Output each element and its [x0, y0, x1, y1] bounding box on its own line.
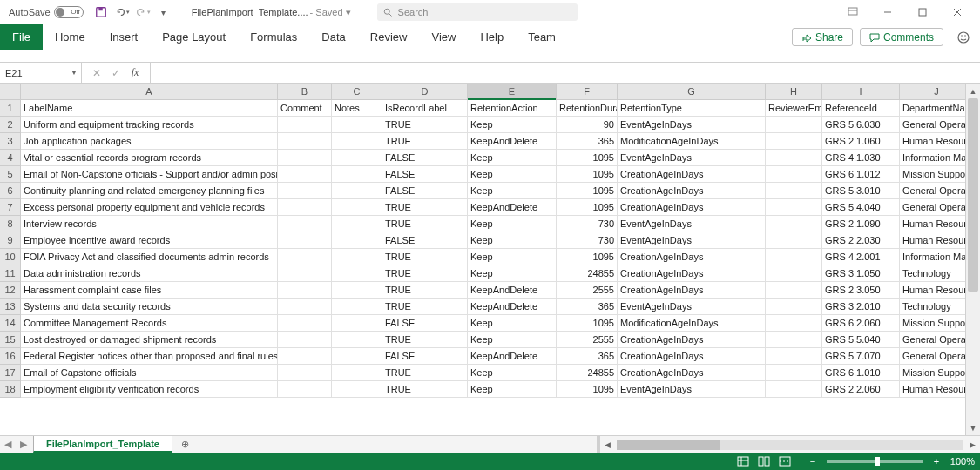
cell[interactable]: GRS 5.4.040	[822, 199, 900, 216]
cell[interactable]: Lost destroyed or damaged shipment recor…	[21, 332, 278, 348]
cell[interactable]: FALSE	[382, 166, 468, 183]
cell[interactable]: Technology	[900, 299, 965, 315]
col-header-H[interactable]: H	[766, 84, 822, 100]
maximize-icon[interactable]	[905, 2, 940, 23]
col-header-E[interactable]: E	[468, 84, 557, 100]
cell[interactable]	[278, 315, 332, 332]
cell[interactable]	[766, 365, 822, 381]
cell[interactable]	[332, 249, 382, 265]
hscroll-thumb[interactable]	[617, 440, 720, 450]
cell[interactable]	[766, 332, 822, 348]
cell[interactable]: FALSE	[382, 348, 468, 365]
row-header[interactable]: 7	[0, 199, 21, 216]
col-header-B[interactable]: B	[278, 84, 332, 100]
cell[interactable]: Technology	[900, 265, 965, 282]
cell[interactable]: Mission Support	[900, 315, 965, 332]
cell[interactable]: Continuity planning and related emergenc…	[21, 183, 278, 199]
cell[interactable]: Systems and data security records	[21, 299, 278, 315]
col-header-F[interactable]: F	[557, 84, 618, 100]
cell[interactable]: General Operations	[900, 348, 965, 365]
cell[interactable]	[278, 365, 332, 381]
cell[interactable]: General Operations	[900, 183, 965, 199]
cell[interactable]: 1095	[557, 183, 618, 199]
cell[interactable]: 365	[557, 348, 618, 365]
cell[interactable]: Excess personal property equipment and v…	[21, 199, 278, 216]
cell[interactable]: 1095	[557, 150, 618, 166]
cell[interactable]: CreationAgeInDays	[618, 249, 766, 265]
cell[interactable]: Mission Support	[900, 365, 965, 381]
cell[interactable]: TRUE	[382, 216, 468, 232]
cell[interactable]	[278, 332, 332, 348]
cell[interactable]	[332, 332, 382, 348]
scroll-left-icon[interactable]: ◀	[600, 440, 615, 449]
cell[interactable]: Keep	[468, 117, 557, 133]
header-cell[interactable]: RetentionAction	[468, 100, 557, 117]
cell[interactable]: EventAgeInDays	[618, 150, 766, 166]
cell[interactable]: TRUE	[382, 332, 468, 348]
header-cell[interactable]: LabelName	[21, 100, 278, 117]
cell[interactable]	[332, 150, 382, 166]
cell[interactable]: Vital or essential records program recor…	[21, 150, 278, 166]
vscroll-thumb[interactable]	[968, 98, 978, 292]
cell[interactable]: Harassment complaint case files	[21, 282, 278, 299]
save-icon[interactable]	[93, 4, 109, 20]
fx-icon[interactable]: fx	[127, 66, 143, 79]
header-cell[interactable]: ReviewerEmail	[766, 100, 822, 117]
cell[interactable]: 24855	[557, 365, 618, 381]
cell[interactable]: TRUE	[382, 265, 468, 282]
feedback-smiley-icon[interactable]	[952, 26, 975, 49]
cell[interactable]: CreationAgeInDays	[618, 183, 766, 199]
row-header[interactable]: 3	[0, 133, 21, 150]
cell[interactable]: GRS 4.2.001	[822, 249, 900, 265]
tab-page-layout[interactable]: Page Layout	[150, 24, 238, 50]
cell[interactable]: ModificationAgeInDays	[618, 133, 766, 150]
view-page-break-icon[interactable]	[775, 454, 794, 468]
undo-icon[interactable]: ▾	[114, 4, 130, 20]
col-header-D[interactable]: D	[382, 84, 468, 100]
view-page-layout-icon[interactable]	[754, 454, 774, 468]
cell[interactable]: Keep	[468, 249, 557, 265]
cell[interactable]: 365	[557, 133, 618, 150]
cell[interactable]: 2555	[557, 332, 618, 348]
cell[interactable]: CreationAgeInDays	[618, 365, 766, 381]
cell[interactable]	[332, 299, 382, 315]
cell[interactable]: 1095	[557, 249, 618, 265]
col-header-C[interactable]: C	[332, 84, 382, 100]
scroll-up-icon[interactable]: ▲	[966, 84, 980, 98]
cell[interactable]	[278, 133, 332, 150]
cell[interactable]: Interview records	[21, 216, 278, 232]
row-header[interactable]: 11	[0, 265, 21, 282]
cell[interactable]: FALSE	[382, 315, 468, 332]
cell[interactable]: KeepAndDelete	[468, 348, 557, 365]
row-header[interactable]: 18	[0, 381, 21, 398]
cell[interactable]: Human Resources	[900, 282, 965, 299]
view-normal-icon[interactable]	[733, 454, 753, 468]
save-status[interactable]: - Saved ▾	[310, 7, 351, 18]
select-all-corner[interactable]	[0, 84, 21, 100]
cell[interactable]: CreationAgeInDays	[618, 265, 766, 282]
cell[interactable]	[332, 348, 382, 365]
cell[interactable]: EventAgeInDays	[618, 381, 766, 398]
share-button[interactable]: Share	[792, 28, 853, 46]
tab-team[interactable]: Team	[516, 24, 568, 50]
cell[interactable]: Human Resources	[900, 216, 965, 232]
row-header[interactable]: 2	[0, 117, 21, 133]
cell[interactable]	[278, 232, 332, 249]
cell[interactable]: Keep	[468, 216, 557, 232]
cell[interactable]: Committee Management Records	[21, 315, 278, 332]
cell[interactable]: 1095	[557, 199, 618, 216]
cell[interactable]	[766, 315, 822, 332]
cell[interactable]: GRS 5.5.040	[822, 332, 900, 348]
cell[interactable]	[278, 216, 332, 232]
tab-data[interactable]: Data	[309, 24, 357, 50]
zoom-in-icon[interactable]: +	[929, 456, 943, 467]
ribbon-display-options-icon[interactable]	[835, 2, 870, 23]
cell[interactable]: GRS 3.2.010	[822, 299, 900, 315]
tab-formulas[interactable]: Formulas	[238, 24, 309, 50]
cell[interactable]: General Operations	[900, 117, 965, 133]
tab-help[interactable]: Help	[468, 24, 516, 50]
cell[interactable]: Keep	[468, 166, 557, 183]
cell[interactable]: Human Resources	[900, 133, 965, 150]
cell[interactable]	[766, 216, 822, 232]
autosave-toggle[interactable]: Off	[54, 6, 84, 18]
